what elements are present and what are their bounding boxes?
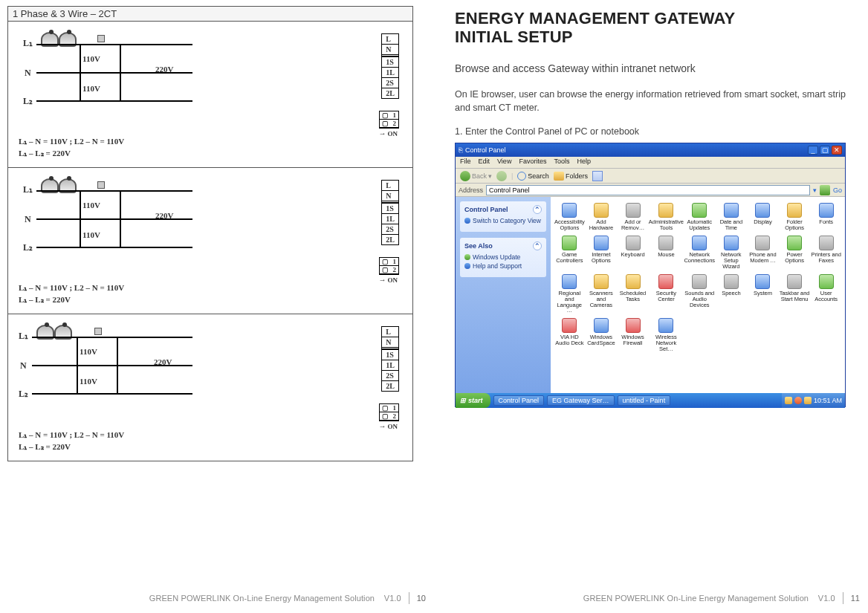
control-panel-item-icon [562, 274, 577, 289]
menu-tools[interactable]: Tools [554, 158, 569, 167]
system-tray[interactable]: 10:51 AM [782, 393, 845, 408]
tray-icon[interactable] [794, 397, 802, 404]
menu-file[interactable]: File [460, 158, 471, 167]
taskbar-task[interactable]: EG Gateway Ser… [547, 395, 615, 406]
control-panel-item[interactable]: VIA HD Audio Deck [554, 317, 586, 354]
control-panel-item[interactable]: Scheduled Tasks [617, 273, 649, 316]
control-panel-item[interactable]: Speech [716, 273, 748, 316]
taskbar-task[interactable]: untitled - Paint [618, 395, 671, 406]
menu-favorites[interactable]: Favorites [519, 158, 546, 167]
go-button[interactable] [820, 185, 830, 195]
help-support-link[interactable]: Help and Support [464, 262, 542, 270]
control-panel-item-icon [819, 236, 834, 250]
control-panel-item[interactable]: Add Hardware [586, 201, 618, 233]
wiring-caption: L₁ – N = 110V ; L2 – N = 110V [19, 137, 124, 146]
control-panel-item-label: Accessibility Options [554, 219, 586, 231]
control-panel-item[interactable]: Accessibility Options [554, 201, 586, 233]
control-panel-item-icon [787, 274, 802, 289]
control-panel-item[interactable]: Phone and Modem … [747, 234, 779, 271]
footer-left: GREEN POWERLINK On-Line Energy Managemen… [0, 592, 434, 604]
control-panel-item[interactable]: Game Controllers [554, 234, 586, 271]
control-panel-item[interactable]: User Accounts [810, 273, 842, 316]
control-panel-item[interactable]: Add or Remov… [617, 201, 649, 233]
control-panel-item-icon [755, 274, 770, 289]
control-panel-item-label: Phone and Modem … [747, 252, 779, 264]
menu-help[interactable]: Help [577, 158, 591, 167]
tray-icon[interactable] [804, 397, 812, 404]
search-icon [517, 172, 526, 181]
control-panel-item[interactable]: Windows Firewall [617, 317, 649, 354]
control-panel-item-icon [755, 236, 770, 250]
control-panel-item[interactable]: Network Connections [684, 234, 716, 271]
maximize-button[interactable]: ▢ [820, 146, 830, 155]
control-panel-item-label: Regional and Language … [554, 291, 586, 314]
control-panel-item[interactable]: Display [747, 201, 779, 233]
minimize-button[interactable]: _ [808, 146, 818, 155]
switch-category-link[interactable]: Switch to Category View [464, 217, 542, 224]
control-panel-item[interactable]: Windows CardSpace [586, 317, 618, 354]
control-panel-item[interactable]: Scanners and Cameras [586, 273, 618, 316]
menu-bar[interactable]: File Edit View Favorites Tools Help [456, 157, 845, 169]
control-panel-item[interactable]: Administrative Tools [649, 201, 684, 233]
taskbar[interactable]: ⊞start Control Panel EG Gateway Ser… unt… [456, 393, 845, 408]
dip-switch: ▢1▢2 ON [379, 111, 400, 137]
control-panel-item-icon [787, 203, 802, 218]
window-titlebar[interactable]: ⎘Control Panel _ ▢ ✕ [456, 143, 845, 157]
control-panel-item-icon [724, 236, 739, 250]
control-panel-item[interactable]: Regional and Language … [554, 273, 586, 316]
control-panel-icon: ⎘ [459, 146, 462, 154]
label-n: N [25, 68, 31, 79]
control-panel-item-label: Keyboard [621, 252, 644, 258]
control-panel-item[interactable]: Network Setup Wizard [716, 234, 748, 271]
folders-button[interactable]: Folders [554, 172, 588, 181]
control-panel-item-icon [562, 318, 577, 333]
control-panel-item-label: Scheduled Tasks [617, 291, 649, 302]
search-button[interactable]: Search [517, 172, 549, 181]
control-panel-item-label: Printers and Faxes [810, 252, 842, 264]
collapse-icon[interactable]: ⌃ [533, 241, 542, 250]
control-panel-item-icon [594, 318, 609, 333]
control-panel-item[interactable]: Fonts [810, 201, 842, 233]
collapse-icon[interactable]: ⌃ [533, 205, 542, 214]
control-panel-item-label: Internet Options [586, 252, 618, 264]
views-button[interactable] [592, 171, 603, 181]
control-panel-item-icon [594, 274, 609, 289]
connector-icon [97, 181, 105, 189]
intro-paragraph: On IE browser, user can browse the energ… [455, 88, 861, 114]
address-input[interactable] [486, 185, 810, 195]
windows-update-link[interactable]: Windows Update [464, 253, 542, 261]
control-panel-item-label: Security Center [649, 291, 684, 302]
menu-view[interactable]: View [497, 158, 511, 167]
control-panel-item-icon [819, 203, 834, 218]
control-panel-item[interactable]: Internet Options [586, 234, 618, 271]
control-panel-item[interactable]: Security Center [649, 273, 684, 316]
control-panel-item-icon [626, 236, 641, 250]
close-button[interactable]: ✕ [832, 146, 842, 155]
back-button[interactable]: Back ▾ [460, 171, 492, 181]
wiring-panel-1: L₁ N L₂ 110V 220V 110V L N 1S [8, 22, 412, 168]
taskbar-task[interactable]: Control Panel [493, 395, 545, 406]
start-button[interactable]: ⊞start [456, 393, 490, 408]
control-panel-item-icon [626, 318, 641, 333]
control-panel-item[interactable]: Mouse [649, 234, 684, 271]
control-panel-item[interactable]: Keyboard [617, 234, 649, 271]
control-panel-window: ⎘Control Panel _ ▢ ✕ File Edit View Favo… [455, 143, 846, 407]
control-panel-item[interactable]: Taskbar and Start Menu [779, 273, 811, 316]
control-panel-item[interactable]: Automatic Updates [684, 201, 716, 233]
tray-icon[interactable] [785, 397, 792, 404]
control-panel-item[interactable]: Date and Time [716, 201, 748, 233]
menu-edit[interactable]: Edit [479, 158, 490, 167]
control-panel-item[interactable]: System [747, 273, 779, 316]
control-panel-item-icon [658, 203, 673, 218]
control-panel-item-icon [658, 236, 673, 250]
clock: 10:51 AM [814, 397, 842, 404]
control-panel-item[interactable]: Power Options [779, 234, 811, 271]
window-title: Control Panel [465, 146, 506, 154]
page-footers: GREEN POWERLINK On-Line Energy Managemen… [0, 592, 868, 604]
voltage-label: 110V [82, 54, 100, 63]
control-panel-item[interactable]: Printers and Faxes [810, 234, 842, 271]
control-panel-item[interactable]: Folder Options [779, 201, 811, 233]
control-panel-item[interactable]: Sounds and Audio Devices [684, 273, 716, 316]
forward-button[interactable] [496, 171, 507, 181]
control-panel-item[interactable]: Wireless Network Set… [649, 317, 684, 354]
